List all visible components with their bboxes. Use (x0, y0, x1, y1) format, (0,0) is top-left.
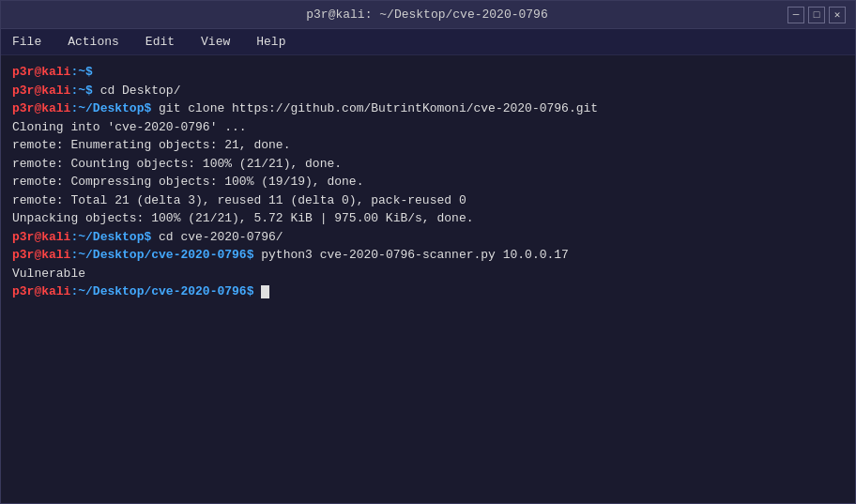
prompt-user: p3r@kali (12, 101, 70, 115)
terminal-cursor (261, 285, 269, 298)
terminal-body[interactable]: p3r@kali:~$ p3r@kali:~$ cd Desktop/ p3r@… (1, 55, 855, 503)
cmd-text: cd cve-2020-0796/ (151, 230, 283, 244)
prompt-path: :~/Desktop (70, 101, 144, 115)
prompt-path: :~ (70, 84, 85, 98)
terminal-line-5: p3r@kali:~/Desktop/cve-2020-0796$ python… (12, 246, 844, 265)
window-title: p3r@kali: ~/Desktop/cve-2020-0796 (67, 8, 787, 22)
terminal-output-5: remote: Total 21 (delta 3), reused 11 (d… (12, 191, 844, 210)
prompt-user: p3r@kali (12, 248, 70, 262)
terminal-output-6: Unpacking objects: 100% (21/21), 5.72 Ki… (12, 209, 844, 228)
window-controls: ─ □ ✕ (787, 7, 846, 23)
title-bar: p3r@kali: ~/Desktop/cve-2020-0796 ─ □ ✕ (1, 1, 855, 29)
menu-view[interactable]: View (195, 33, 236, 51)
prompt-user: p3r@kali (12, 84, 70, 98)
menu-actions[interactable]: Actions (62, 33, 125, 51)
cmd-text: git clone https://github.com/ButrintKomo… (151, 101, 598, 115)
menu-bar: File Actions Edit View Help (1, 29, 855, 55)
prompt-user: p3r@kali (12, 65, 70, 79)
terminal-line-3: p3r@kali:~/Desktop$ git clone https://gi… (12, 99, 844, 118)
minimize-button[interactable]: ─ (787, 7, 804, 23)
prompt-user: p3r@kali (12, 284, 70, 298)
prompt-path: :~/Desktop/cve-2020-0796 (70, 248, 246, 262)
terminal-window: p3r@kali: ~/Desktop/cve-2020-0796 ─ □ ✕ … (0, 0, 856, 504)
prompt-dollar: $ (85, 84, 93, 98)
terminal-output-vulnerable: Vulnerable (12, 265, 844, 283)
maximize-button[interactable]: □ (808, 7, 825, 23)
menu-help[interactable]: Help (251, 33, 291, 51)
terminal-line-current: p3r@kali:~/Desktop/cve-2020-0796$ (12, 283, 844, 301)
terminal-output-3: remote: Counting objects: 100% (21/21), … (12, 155, 844, 174)
terminal-output-4: remote: Compressing objects: 100% (19/19… (12, 173, 844, 191)
terminal-line-4: p3r@kali:~/Desktop$ cd cve-2020-0796/ (12, 228, 844, 247)
prompt-user: p3r@kali (12, 230, 70, 244)
terminal-output-1: Cloning into 'cve-2020-0796' ... (12, 118, 844, 137)
terminal-line-2: p3r@kali:~$ cd Desktop/ (12, 82, 844, 100)
prompt-path: :~/Desktop (70, 230, 144, 244)
menu-file[interactable]: File (7, 33, 47, 51)
terminal-output-2: remote: Enumerating objects: 21, done. (12, 136, 844, 155)
cmd-text: python3 cve-2020-0796-scanner.py 10.0.0.… (253, 248, 568, 262)
terminal-line-1: p3r@kali:~$ (12, 63, 844, 82)
cmd-text (253, 284, 261, 298)
menu-edit[interactable]: Edit (140, 33, 180, 51)
prompt-path: :~ (70, 65, 85, 79)
prompt-path: :~/Desktop/cve-2020-0796 (70, 284, 246, 298)
close-button[interactable]: ✕ (829, 7, 846, 23)
prompt-dollar: $ (85, 65, 93, 79)
cmd-text: cd Desktop/ (93, 84, 181, 98)
